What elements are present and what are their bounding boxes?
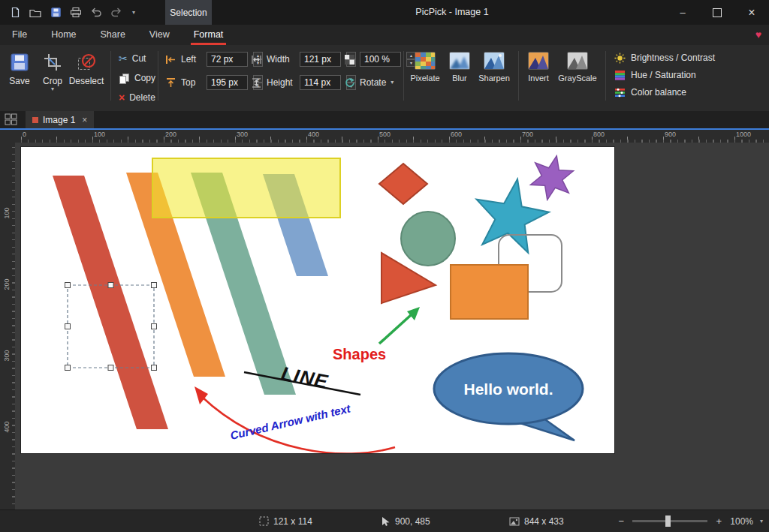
maximize-button[interactable] <box>700 0 734 25</box>
tab-share[interactable]: Share <box>89 25 137 45</box>
save-button[interactable]: Save <box>3 49 36 104</box>
h-ruler-label: 300 <box>237 131 248 138</box>
delete-icon: × <box>119 92 125 104</box>
h-ruler-label: 100 <box>94 131 105 138</box>
save-label: Save <box>9 76 29 86</box>
open-folder-icon[interactable] <box>28 5 43 20</box>
h-ruler-label: 800 <box>593 131 605 138</box>
canvas-area[interactable]: Shapes LINE Curved Arrow with text Hello… <box>15 143 769 510</box>
zoom-controls: − + 100% ▾ <box>617 510 763 532</box>
rotate-label: Rotate <box>360 77 386 88</box>
width-input[interactable]: 121 px <box>300 52 341 67</box>
hue-icon <box>614 70 626 81</box>
h-ruler-label: 700 <box>522 131 533 138</box>
ribbon: Save Crop ▾ Deselect ✂ Cut Copy × Delete… <box>0 45 769 112</box>
print-icon[interactable] <box>68 5 83 20</box>
h-ruler-label: 900 <box>665 131 676 138</box>
image-content: Shapes LINE Curved Arrow with text Hello… <box>21 147 614 453</box>
new-document-icon[interactable] <box>8 5 23 20</box>
titlebar: ▾ Selection PicPick - Image 1 – × <box>0 0 769 25</box>
ruler-corner <box>0 130 16 143</box>
highlight-rectangle <box>152 158 340 218</box>
zoom-slider[interactable] <box>632 520 707 522</box>
grayscale-label: GrayScale <box>558 74 596 83</box>
crop-icon <box>43 53 62 72</box>
tab-list-icon[interactable] <box>5 113 18 125</box>
brightness-contrast-button[interactable]: Brightness / Contrast <box>614 51 715 65</box>
cursor-position-indicator: 900, 485 <box>381 510 430 532</box>
width-icon <box>251 54 262 65</box>
ruler-horizontal: 01002003004005006007008009001000 <box>15 130 769 143</box>
undo-icon[interactable] <box>89 5 104 20</box>
scale-input[interactable]: 100 % <box>360 52 401 67</box>
height-input[interactable]: 114 px <box>300 75 341 90</box>
zoom-in-button[interactable]: + <box>714 515 723 527</box>
zoom-level[interactable]: 100% <box>730 516 753 527</box>
image-page[interactable]: Shapes LINE Curved Arrow with text Hello… <box>21 147 614 453</box>
invert-icon <box>528 52 549 70</box>
close-button[interactable]: × <box>734 0 769 25</box>
tab-close-icon[interactable]: × <box>82 115 87 125</box>
hue-saturation-button[interactable]: Hue / Saturation <box>614 68 696 82</box>
heart-icon[interactable]: ♥ <box>755 25 761 45</box>
sharpen-label: Sharpen <box>478 74 510 83</box>
deselect-label: Deselect <box>69 76 104 86</box>
selection-size-value: 121 x 114 <box>273 516 312 527</box>
rotate-button[interactable]: Rotate ▾ <box>344 74 394 91</box>
copy-icon <box>119 73 130 84</box>
tab-view[interactable]: View <box>137 25 182 45</box>
deselect-icon <box>77 53 96 72</box>
h-ruler-label: 1000 <box>736 131 751 138</box>
cut-button[interactable]: ✂ Cut <box>119 50 146 67</box>
capture-mode-tab[interactable]: Selection <box>165 0 212 25</box>
cursor-icon <box>381 516 391 527</box>
position-top-icon <box>165 77 176 89</box>
minimize-button[interactable]: – <box>665 0 700 25</box>
invert-button[interactable]: Invert <box>523 50 553 96</box>
window-title: PicPick - Image 1 <box>248 0 656 25</box>
crop-label: Crop <box>43 76 62 86</box>
pixelate-button[interactable]: Pixelate <box>408 50 442 96</box>
delete-button[interactable]: × Delete <box>119 89 155 106</box>
zoom-slider-thumb[interactable] <box>665 515 671 527</box>
copy-button[interactable]: Copy <box>119 70 155 86</box>
delete-label: Delete <box>129 92 155 103</box>
zoom-out-button[interactable]: − <box>617 515 626 527</box>
ruler-vertical: 100200300400 <box>0 143 16 510</box>
sharpen-icon <box>484 52 505 70</box>
deselect-button[interactable]: Deselect <box>69 49 104 104</box>
grayscale-icon <box>567 52 588 70</box>
v-ruler-label: 300 <box>3 346 11 365</box>
color-balance-label: Color balance <box>631 87 686 98</box>
brightness-contrast-label: Brightness / Contrast <box>631 53 715 63</box>
shapes-text: Shapes <box>333 346 386 362</box>
save-icon[interactable] <box>48 5 63 20</box>
tab-image-1[interactable]: Image 1 × <box>26 111 94 128</box>
position-left-icon <box>165 54 176 65</box>
rotate-icon <box>344 77 355 89</box>
color-balance-button[interactable]: Color balance <box>614 86 686 99</box>
tab-home[interactable]: Home <box>39 25 88 45</box>
curved-arrow-text: Curved Arrow with text <box>229 401 352 442</box>
toolbar-dropdown-icon[interactable]: ▾ <box>129 5 138 20</box>
document-tabbar: Image 1 × <box>0 111 769 128</box>
quick-access-toolbar: ▾ <box>8 0 138 25</box>
blur-button[interactable]: Blur <box>445 50 475 96</box>
image-thumbnail-icon <box>32 117 38 123</box>
cursor-position-value: 900, 485 <box>395 516 430 527</box>
selection-size-icon <box>259 516 269 526</box>
left-input[interactable]: 72 px <box>207 52 248 67</box>
top-label: Top <box>181 77 202 88</box>
redo-icon[interactable] <box>109 5 124 20</box>
crop-button[interactable]: Crop ▾ <box>36 49 69 104</box>
brightness-icon <box>614 53 626 64</box>
tab-file[interactable]: File <box>0 25 39 45</box>
tab-format[interactable]: Format <box>182 25 236 45</box>
sharpen-button[interactable]: Sharpen <box>476 50 512 96</box>
image-size-icon <box>509 517 520 526</box>
zoom-dropdown-icon[interactable]: ▾ <box>760 518 763 524</box>
left-label: Left <box>181 54 202 65</box>
grayscale-button[interactable]: GrayScale <box>556 50 599 96</box>
top-input[interactable]: 195 px <box>207 75 248 90</box>
diamond-shape <box>379 164 427 204</box>
